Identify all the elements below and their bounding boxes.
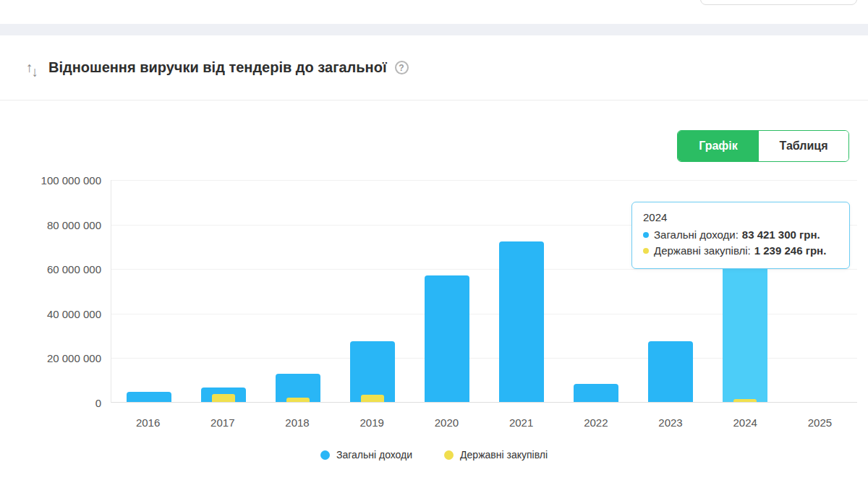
tooltip-row-total: Загальні доходи: 83 421 300 грн.: [643, 227, 838, 243]
y-tick-label: 60 000 000: [47, 263, 101, 275]
tab-table[interactable]: Таблиця: [759, 131, 848, 161]
arrow-up-icon: ↑: [26, 60, 32, 75]
tooltip-value: 83 421 300 грн.: [742, 227, 820, 243]
legend-item[interactable]: Державні закупівлі: [444, 449, 548, 461]
tooltip-label: Загальні доходи:: [654, 227, 739, 243]
bar-total-2022[interactable]: [574, 384, 618, 402]
bar-total-2020[interactable]: [425, 275, 469, 402]
x-tick-label-2025: 2025: [783, 416, 857, 429]
section-header: ↑↓ Відношення виручки від тендерів до за…: [0, 35, 868, 100]
yellow-dot-icon: [643, 248, 649, 254]
legend-dot-icon: [444, 450, 454, 460]
y-tick-label: 40 000 000: [47, 307, 101, 320]
x-tick-label-2019: 2019: [335, 416, 409, 429]
tooltip-year: 2024: [643, 211, 838, 224]
bar-column-2022[interactable]: [559, 180, 634, 402]
bar-total-2021[interactable]: [499, 241, 544, 402]
sort-arrows-icon[interactable]: ↑↓: [26, 60, 37, 76]
y-tick-label: 0: [95, 397, 101, 409]
bar-procurement-2017[interactable]: [212, 394, 235, 402]
x-tick-label-2023: 2023: [633, 416, 707, 429]
bar-column-2018[interactable]: [260, 180, 335, 402]
y-axis-labels: 100 000 00080 000 00060 000 00040 000 00…: [0, 180, 101, 403]
x-tick-label-2016: 2016: [111, 416, 185, 429]
y-tick-label: 100 000 000: [41, 174, 101, 187]
x-tick-label-2020: 2020: [409, 416, 484, 429]
y-tick-label: 20 000 000: [47, 352, 101, 364]
section-divider-band: [0, 24, 868, 35]
tooltip-row-procurement: Державні закупівлі: 1 239 246 грн.: [643, 243, 838, 259]
legend-label: Державні закупівлі: [460, 449, 548, 461]
tab-chart[interactable]: Графік: [678, 131, 759, 161]
bar-column-2016[interactable]: [111, 180, 186, 402]
bar-total-2016[interactable]: [127, 392, 171, 402]
chart-tooltip: 2024 Загальні доходи: 83 421 300 грн. Де…: [631, 202, 850, 269]
view-toggle: Графік Таблиця: [677, 130, 849, 162]
x-tick-label-2017: 2017: [185, 416, 260, 429]
bar-procurement-2024[interactable]: [733, 399, 757, 402]
page: ↑↓ Відношення виручки від тендерів до за…: [0, 0, 868, 488]
legend-dot-icon: [320, 450, 330, 460]
bar-column-2017[interactable]: [186, 180, 260, 402]
tooltip-value: 1 239 246 грн.: [754, 243, 827, 259]
bar-procurement-2019[interactable]: [361, 395, 384, 402]
bar-column-2019[interactable]: [335, 180, 409, 402]
bar-procurement-2018[interactable]: [286, 398, 310, 402]
legend-label: Загальні доходи: [336, 449, 412, 461]
x-tick-label-2024: 2024: [708, 416, 783, 429]
y-tick-label: 80 000 000: [47, 218, 101, 231]
arrow-down-icon: ↓: [32, 64, 38, 80]
x-tick-label-2021: 2021: [484, 416, 558, 429]
bar-column-2021[interactable]: [484, 180, 558, 402]
page-title: Відношення виручки від тендерів до загал…: [48, 59, 387, 76]
blue-dot-icon: [643, 232, 649, 238]
bar-column-2020[interactable]: [409, 180, 484, 402]
bar-total-2023[interactable]: [648, 341, 693, 402]
tooltip-label: Державні закупівлі:: [654, 243, 751, 259]
top-partial-input[interactable]: [700, 0, 857, 5]
bar-total-2019[interactable]: [350, 341, 395, 402]
help-icon[interactable]: ?: [395, 61, 409, 74]
x-tick-label-2022: 2022: [558, 416, 633, 429]
x-tick-label-2018: 2018: [260, 416, 334, 429]
chart-legend: Загальні доходиДержавні закупівлі: [0, 449, 868, 461]
legend-item[interactable]: Загальні доходи: [320, 449, 412, 461]
x-axis-labels: 2016201720182019202020212022202320242025: [111, 416, 857, 429]
